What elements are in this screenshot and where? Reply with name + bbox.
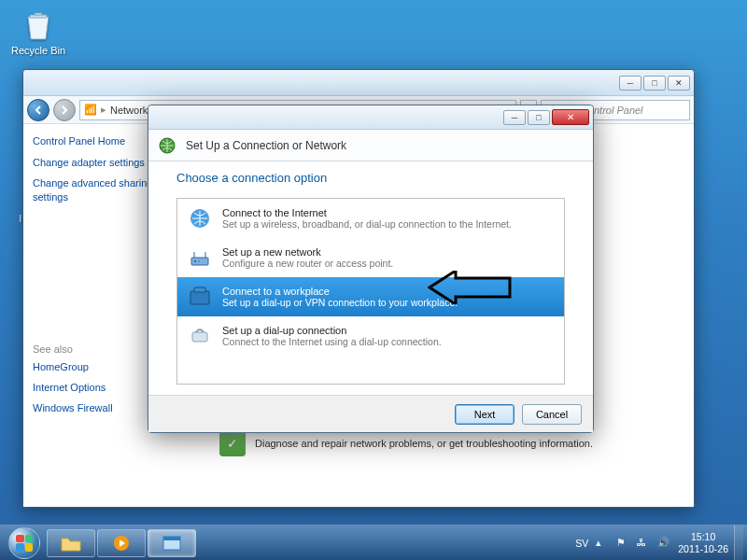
sidebar-link-homegroup[interactable]: HomeGroup [33,360,159,373]
dialog-titlebar[interactable]: ─ □ ✕ [148,105,593,130]
minimize-button[interactable]: ─ [503,110,526,125]
phone-icon [187,323,213,349]
sidebar-heading[interactable]: Control Panel Home [33,135,159,147]
system-tray: SV ▴ ⚑ 🖧 🔊 15:10 2011-10-26 [575,531,734,554]
sidebar: Control Panel Home Change adapter settin… [23,124,168,507]
setup-connection-wizard: ─ □ ✕ Set Up a Connection or Network Cho… [148,105,594,433]
option-title: Set up a new network [222,246,393,258]
language-indicator[interactable]: SV [575,538,588,549]
workplace-icon [187,284,213,310]
option-desc: Configure a new router or access point. [222,258,393,269]
option-new-network[interactable]: Set up a new networkConfigure a new rout… [177,238,564,277]
option-connect-internet[interactable]: Connect to the InternetSet up a wireless… [177,199,564,238]
play-icon [110,534,133,553]
forward-button[interactable] [53,99,76,121]
windows-logo-icon [8,527,40,559]
next-button[interactable]: Next [455,404,514,425]
svg-rect-8 [192,332,207,342]
globe-icon [187,205,213,231]
dialog-footer: Next Cancel [148,395,593,432]
maximize-button[interactable]: □ [528,110,550,125]
minimize-button[interactable]: ─ [619,76,641,91]
network-icon [158,136,176,155]
svg-point-4 [194,260,196,262]
sidebar-link-advanced[interactable]: Change advanced sharing settings [33,176,159,203]
taskbar-item-control-panel[interactable] [148,529,196,557]
recycle-bin[interactable]: Recycle Bin [6,4,71,56]
window-icon [161,534,183,553]
cancel-button[interactable]: Cancel [522,404,582,425]
dialog-header: Set Up a Connection or Network [148,130,593,161]
troubleshoot-label: Diagnose and repair network problems, or… [255,438,593,449]
option-dialup[interactable]: Set up a dial-up connectionConnect to th… [177,316,564,356]
sidebar-link-adapter[interactable]: Change adapter settings [33,156,159,169]
maximize-button[interactable]: □ [643,76,666,91]
svg-point-5 [198,260,200,262]
troubleshoot-icon: ✓ [219,430,246,456]
folder-icon [60,534,82,553]
close-button[interactable]: ✕ [552,109,589,125]
window-titlebar[interactable]: ─ □ ✕ [23,70,694,96]
option-desc: Connect to the Internet using a dial-up … [222,336,442,347]
option-connect-workplace[interactable]: Connect to a workplaceSet up a dial-up o… [177,277,564,316]
dialog-title: Set Up a Connection or Network [186,139,346,152]
flag-icon[interactable]: ⚑ [616,537,629,550]
option-title: Connect to the Internet [222,207,512,218]
option-desc: Set up a wireless, broadband, or dial-up… [222,218,512,230]
connection-option-list: Connect to the InternetSet up a wireless… [176,198,565,385]
svg-rect-6 [190,291,209,304]
svg-rect-7 [194,287,205,292]
recycle-bin-label: Recycle Bin [6,45,71,56]
taskbar-item-media[interactable] [97,529,146,557]
clock[interactable]: 15:10 2011-10-26 [678,531,728,554]
taskbar-item-explorer[interactable] [47,529,95,557]
sidebar-link-internet-options[interactable]: Internet Options [33,381,159,394]
show-desktop-button[interactable] [734,525,743,561]
date-label: 2011-10-26 [678,543,728,555]
arrow-left-icon [34,105,43,115]
sidebar-link-firewall[interactable]: Windows Firewall [33,401,159,414]
close-button[interactable]: ✕ [668,76,690,91]
arrow-right-icon [60,105,69,115]
troubleshoot-row[interactable]: ✓ Diagnose and repair network problems, … [219,430,593,456]
svg-rect-11 [163,537,180,540]
router-icon [187,245,213,271]
dialog-heading: Choose a connection option [176,171,565,185]
back-button[interactable] [27,99,49,121]
taskbar: SV ▴ ⚑ 🖧 🔊 15:10 2011-10-26 [0,525,747,560]
chevron-up-icon[interactable]: ▴ [596,537,609,550]
start-button[interactable] [4,527,45,559]
option-title: Connect to a workplace [222,286,458,297]
volume-icon[interactable]: 🔊 [657,537,670,550]
option-title: Set up a dial-up connection [222,325,442,336]
option-desc: Set up a dial-up or VPN connection to yo… [222,297,458,308]
time-label: 15:10 [678,531,728,543]
chevron-right-icon: ▸ [101,104,106,116]
recycle-bin-icon [19,4,58,43]
breadcrumb-icon: 📶 [84,104,97,116]
see-also-heading: See also [33,343,159,355]
network-tray-icon[interactable]: 🖧 [637,537,650,550]
